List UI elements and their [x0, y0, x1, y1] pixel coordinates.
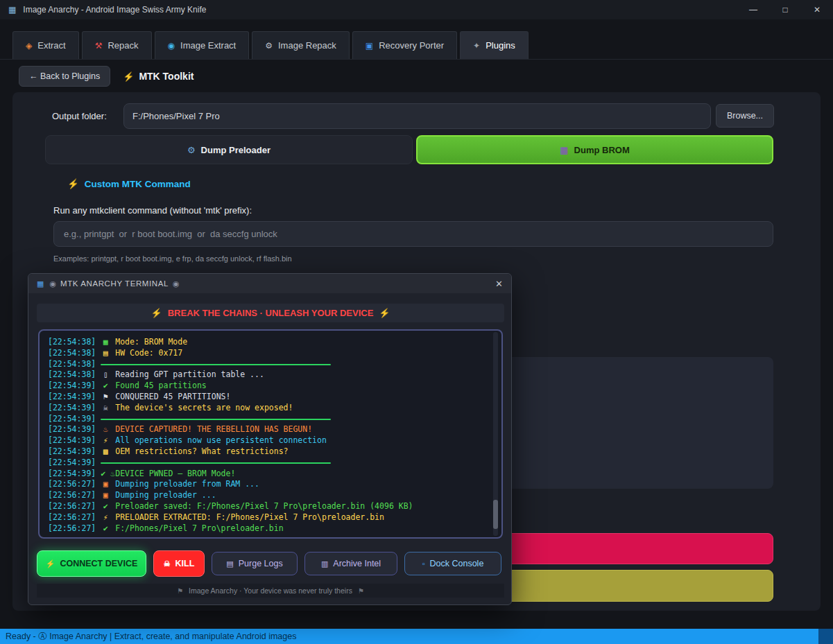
log-icon: ♨ — [101, 424, 110, 435]
kill-button[interactable]: ☠KILL — [153, 550, 205, 577]
log-icon: ✔ ♨ — [101, 469, 110, 480]
terminal-log-line: [22:54:38]▯Reading GPT partition table .… — [48, 369, 493, 381]
dialog-button-row: ⚡CONNECT DEVICE☠KILL▤Purge Logs▥Archive … — [37, 550, 504, 577]
tab-label: Plugins — [486, 40, 515, 51]
dock-console-button[interactable]: ▫Dock Console — [404, 552, 501, 575]
maximize-button[interactable]: □ — [769, 0, 801, 19]
terminal-log-line: [22:56:27]⚡PRELOADER EXTRACTED: F:/Phone… — [48, 512, 493, 523]
tab-icon: ⚙ — [265, 41, 273, 51]
tab-recovery-porter[interactable]: ▣Recovery Porter — [352, 31, 457, 59]
terminal-log-line: [22:54:39]⚑CONQUERED 45 PARTITIONS! — [48, 392, 493, 403]
log-icon: ✔ — [101, 523, 110, 534]
tab-label: Extract — [37, 40, 65, 51]
terminal-log-line: [22:56:27]✔Preloader saved: F:/Phones/Pi… — [48, 501, 493, 512]
flag-icon: ⚑ — [358, 587, 364, 595]
log-icon: ⚡ — [101, 512, 110, 523]
lightning-icon: ⚡ — [151, 308, 162, 318]
custom-command-description: Run any mtkclient command (without 'mtk'… — [53, 205, 252, 216]
browse-button-label: Browse... — [727, 111, 763, 121]
tab-bar: ◈Extract⚒Repack◉Image Extract⚙Image Repa… — [12, 31, 529, 59]
terminal-log-line: [22:54:39]♨DEVICE CAPTURED! THE REBELLIO… — [48, 424, 493, 435]
window-title: Image Anarchy - Android Image Swiss Army… — [23, 5, 206, 15]
archive-icon: ▥ — [321, 559, 328, 568]
lightning-icon: ⚡ — [123, 71, 134, 82]
terminal-log-line: [22:54:39]⚡All operations now use persis… — [48, 435, 493, 446]
purge-logs-button[interactable]: ▤Purge Logs — [212, 552, 298, 575]
minimize-button[interactable]: — — [737, 0, 769, 19]
connect-device-button[interactable]: ⚡CONNECT DEVICE — [37, 550, 146, 577]
lightning-icon: ⚡ — [46, 559, 55, 568]
terminal-log-line: [22:54:39]☠The device's secrets are now … — [48, 403, 493, 414]
tab-label: Recovery Porter — [379, 40, 444, 51]
log-icon: ▦ — [101, 337, 110, 348]
window-controls: — □ ✕ — [737, 0, 833, 19]
terminal-log-line: [22:54:39]✔Found 45 partitions — [48, 381, 493, 392]
button-label: CONNECT DEVICE — [60, 559, 137, 568]
page-title: ⚡ MTK Toolkit — [123, 71, 194, 82]
skull-icon: ☠ — [164, 559, 171, 568]
dump-preloader-button[interactable]: ⚙ Dump Preloader — [45, 135, 413, 164]
trash-icon: ▤ — [226, 559, 233, 568]
tab-icon: ⚒ — [95, 41, 103, 51]
dialog-footer: ⚑ Image Anarchy · Your device was never … — [37, 584, 504, 598]
button-label: Archive Intel — [333, 559, 381, 568]
grenade-icon: ◉ — [173, 279, 180, 288]
log-icon: ⚡ — [101, 435, 110, 446]
button-label: Purge Logs — [239, 559, 283, 568]
log-icon: ✔ — [101, 381, 110, 392]
log-icon: ▤ — [101, 348, 110, 359]
dump-preloader-label: Dump Preloader — [201, 145, 270, 155]
lightning-icon: ⚡ — [67, 178, 79, 189]
terminal-log-line: [22:56:27]▣Dumping preloader ... — [48, 490, 493, 501]
tab-extract[interactable]: ◈Extract — [12, 31, 79, 59]
tab-image-extract[interactable]: ◉Image Extract — [155, 31, 250, 59]
dialog-titlebar[interactable]: ▦ ◉ MTK ANARCHY TERMINAL ◉ ✕ — [28, 274, 511, 293]
scrollbar-thumb[interactable] — [493, 500, 498, 529]
browse-button[interactable]: Browse... — [716, 104, 774, 128]
dialog-title: MTK ANARCHY TERMINAL — [60, 279, 169, 288]
button-label: Dock Console — [430, 559, 484, 568]
resize-grip[interactable] — [818, 629, 833, 644]
archive-intel-button[interactable]: ▥Archive Intel — [304, 552, 397, 575]
dump-brom-button[interactable]: ▦ Dump BROM — [416, 135, 773, 164]
dialog-close-button[interactable]: ✕ — [495, 279, 503, 289]
log-icon: ✔ — [101, 501, 110, 512]
console-icon: ▫ — [422, 559, 425, 568]
button-label: KILL — [175, 559, 195, 568]
log-icon: ⚑ — [101, 392, 110, 403]
terminal-log-line: [22:56:27]▣Dumping preloader from RAM ..… — [48, 479, 493, 490]
app-window: ▦ Image Anarchy - Android Image Swiss Ar… — [0, 0, 833, 644]
titlebar: ▦ Image Anarchy - Android Image Swiss Ar… — [0, 0, 833, 19]
app-icon: ▦ — [8, 5, 16, 15]
output-folder-label: Output folder: — [52, 103, 107, 129]
tab-label: Repack — [108, 40, 138, 51]
custom-command-examples: Examples: printgpt, r boot boot.img, e f… — [53, 254, 292, 263]
tab-icon: ✦ — [473, 41, 480, 51]
close-button[interactable]: ✕ — [801, 0, 833, 19]
custom-command-header: ⚡ Custom MTK Command — [67, 178, 191, 189]
log-icon: ▣ — [101, 479, 110, 490]
terminal-log-separator: [22:54:39] — [48, 458, 493, 469]
terminal-log-line: [22:56:27]✔F:/Phones/Pixel 7 Pro\preload… — [48, 523, 493, 534]
tab-icon: ◈ — [26, 41, 32, 51]
tab-divider — [0, 59, 833, 60]
terminal-log[interactable]: [22:54:38]▦Mode: BROM Mode[22:54:38]▤HW … — [38, 329, 503, 539]
status-text: Ready - Ⓐ Image Anarchy | Extract, creat… — [6, 631, 296, 643]
output-folder-input[interactable] — [123, 103, 711, 129]
log-icon: ▩ — [101, 446, 110, 458]
dialog-banner: ⚡ BREAK THE CHAINS · UNLEASH YOUR DEVICE… — [37, 304, 504, 322]
log-icon: ▣ — [101, 490, 110, 501]
tab-icon: ▣ — [366, 41, 373, 51]
terminal-log-line: [22:54:38]▤HW Code: 0x717 — [48, 348, 493, 359]
tab-plugins[interactable]: ✦Plugins — [460, 31, 529, 59]
tab-image-repack[interactable]: ⚙Image Repack — [252, 31, 350, 59]
chip-icon: ▦ — [560, 145, 568, 155]
terminal-log-line: [22:54:38]▦Mode: BROM Mode — [48, 337, 493, 348]
page-title-label: MTK Toolkit — [139, 71, 194, 82]
tab-repack[interactable]: ⚒Repack — [82, 31, 152, 59]
back-to-plugins-button[interactable]: ← Back to Plugins — [19, 66, 110, 87]
custom-command-input[interactable] — [53, 221, 773, 247]
tab-icon: ◉ — [168, 41, 175, 51]
banner-text: BREAK THE CHAINS · UNLEASH YOUR DEVICE — [168, 308, 374, 318]
terminal-scrollbar[interactable] — [493, 332, 498, 536]
